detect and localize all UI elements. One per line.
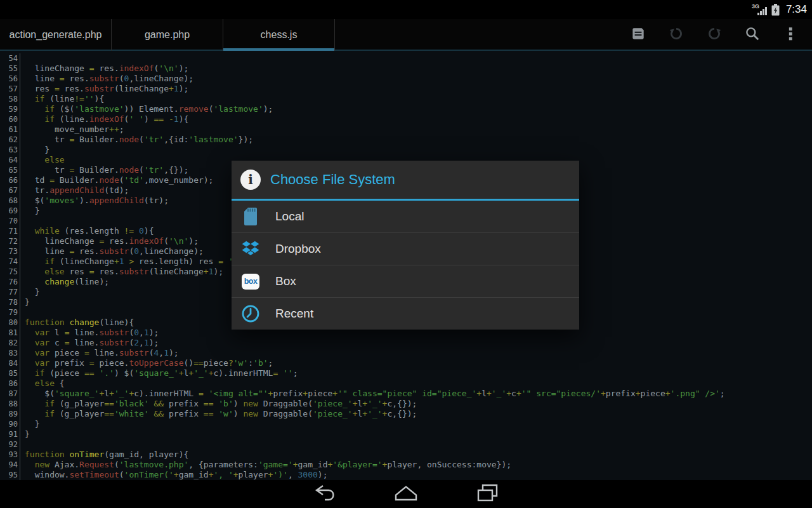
recents-button[interactable]	[469, 480, 505, 508]
line-number: 67	[0, 185, 20, 196]
code-line: 86 else {	[0, 378, 812, 389]
undo-button[interactable]	[657, 19, 695, 51]
code-line: 63 }	[0, 145, 812, 155]
line-number: 70	[0, 216, 20, 226]
back-icon	[312, 482, 337, 506]
line-number: 77	[0, 287, 20, 297]
code-text: window.setTimeout('onTimer('+gam_id+', '…	[20, 470, 812, 480]
line-number: 94	[0, 460, 20, 470]
code-text: new Ajax.Request('lastmove.php', {parame…	[20, 460, 812, 470]
code-line: 94 new Ajax.Request('lastmove.php', {par…	[0, 460, 812, 470]
code-text: move_number++;	[20, 124, 812, 135]
code-text: }	[20, 145, 812, 155]
line-number: 54	[0, 53, 20, 64]
code-text: if (piece == '.') $('square_'+l+'_'+c).i…	[20, 368, 812, 378]
line-number: 91	[0, 429, 20, 439]
line-number: 69	[0, 206, 20, 216]
line-number: 59	[0, 104, 20, 114]
search-button[interactable]	[733, 19, 771, 51]
android-screen: 3G 7:34 action_generate.phpgame.phpchess…	[0, 0, 812, 508]
dialog-item-label: Local	[275, 210, 304, 224]
line-number: 93	[0, 450, 20, 460]
tab-chess-js[interactable]: chess.js	[223, 19, 335, 51]
code-line: 59 if ($('lastmove')) Element.remove('la…	[0, 104, 812, 114]
code-text	[20, 439, 812, 450]
line-number: 89	[0, 409, 20, 419]
code-text: line = res.substr(0,lineChange);	[20, 74, 812, 84]
code-line: 61 move_number++;	[0, 124, 812, 135]
dialog-item-local[interactable]: Local	[232, 201, 579, 232]
line-number: 85	[0, 368, 20, 378]
save-button[interactable]	[619, 19, 657, 51]
line-number: 64	[0, 155, 20, 165]
code-text: function onTimer(gam_id, player){	[20, 450, 812, 460]
dialog-item-box[interactable]: boxBox	[232, 265, 579, 297]
code-line: 95 window.setTimeout('onTimer('+gam_id+'…	[0, 470, 812, 480]
code-text: if (line.indexOf(' ') == -1){	[20, 114, 812, 124]
status-bar: 3G 7:34	[0, 0, 812, 19]
code-line: 90 }	[0, 419, 812, 429]
code-line: 88 if (g_player=='black' && prefix == 'b…	[0, 399, 812, 409]
line-number: 87	[0, 389, 20, 399]
line-number: 66	[0, 175, 20, 185]
line-number: 71	[0, 226, 20, 236]
code-text: else {	[20, 378, 812, 389]
line-number: 78	[0, 297, 20, 307]
line-number: 72	[0, 236, 20, 246]
code-line: 91}	[0, 429, 812, 439]
navigation-bar	[0, 480, 812, 508]
code-text: lineChange = res.indexOf('\n');	[20, 64, 812, 74]
code-text: if (g_player=='white' && prefix == 'w') …	[20, 409, 812, 419]
code-line: 87 $('square_'+l+'_'+c).innerHTML = '<im…	[0, 389, 812, 399]
tab-label: chess.js	[261, 29, 298, 41]
line-number: 95	[0, 470, 20, 480]
line-number: 55	[0, 64, 20, 74]
code-text	[20, 53, 812, 64]
line-number: 73	[0, 246, 20, 257]
line-number: 63	[0, 145, 20, 155]
code-text: res = res.substr(lineChange+1);	[20, 84, 812, 94]
code-line: 56 line = res.substr(0,lineChange);	[0, 74, 812, 84]
line-number: 92	[0, 439, 20, 450]
search-icon	[744, 25, 761, 44]
undo-icon	[668, 25, 684, 44]
line-number: 61	[0, 124, 20, 135]
dialog-header: i Choose File System	[232, 161, 579, 201]
home-button[interactable]	[388, 480, 424, 508]
dialog-item-label: Dropbox	[275, 242, 321, 256]
dialog-item-label: Box	[275, 274, 296, 288]
code-line: 92	[0, 439, 812, 450]
code-line: 54	[0, 53, 812, 64]
tab-game-php[interactable]: game.php	[112, 19, 223, 51]
code-text: var piece = line.substr(4,1);	[20, 348, 812, 358]
line-number: 84	[0, 358, 20, 368]
code-line: 85 if (piece == '.') $('square_'+l+'_'+c…	[0, 368, 812, 378]
dialog-item-label: Recent	[275, 307, 313, 321]
home-icon	[392, 482, 420, 506]
line-number: 90	[0, 419, 20, 429]
overflow-menu-button[interactable]	[771, 19, 809, 51]
dropbox-icon	[241, 239, 260, 258]
line-number: 62	[0, 135, 20, 145]
line-number: 65	[0, 165, 20, 175]
action-bar	[619, 19, 812, 51]
code-line: 83 var piece = line.substr(4,1);	[0, 348, 812, 358]
dialog-title: Choose File System	[270, 171, 395, 188]
redo-button[interactable]	[695, 19, 733, 51]
dialog-item-dropbox[interactable]: Dropbox	[232, 232, 579, 265]
floppy-disk-icon	[630, 25, 646, 44]
code-text: }	[20, 419, 812, 429]
code-text: var prefix = piece.toUpperCase()==piece?…	[20, 358, 812, 368]
code-line: 82 var c = line.substr(2,1);	[0, 338, 812, 348]
recents-icon	[475, 482, 500, 506]
line-number: 79	[0, 307, 20, 318]
line-number: 82	[0, 338, 20, 348]
redo-icon	[706, 25, 723, 44]
battery-charging-icon	[771, 4, 780, 16]
code-line: 55 lineChange = res.indexOf('\n');	[0, 64, 812, 74]
back-button[interactable]	[307, 480, 343, 508]
code-line: 60 if (line.indexOf(' ') == -1){	[0, 114, 812, 124]
code-text: if ($('lastmove')) Element.remove('lastm…	[20, 104, 812, 114]
dialog-item-recent[interactable]: Recent	[232, 297, 579, 330]
tab-action_generate-php[interactable]: action_generate.php	[0, 19, 112, 51]
